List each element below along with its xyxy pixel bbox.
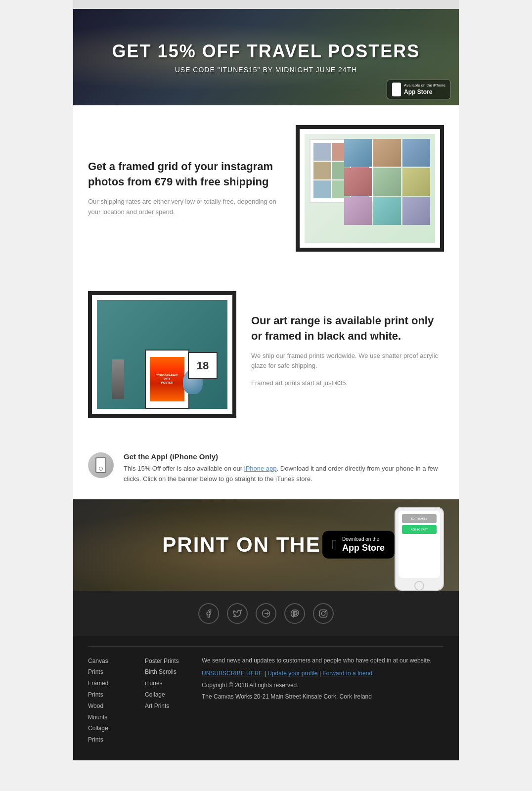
photo-cell	[402, 139, 430, 167]
mini-cell	[313, 162, 331, 179]
add-to-cart-button[interactable]: ADD TO CART	[402, 525, 437, 534]
forward-link[interactable]: Forward to a friend	[322, 670, 372, 677]
art-price-note: Framed art prints start at just €35.	[251, 378, 444, 389]
photo-cell	[373, 197, 401, 225]
apple-logo-icon: 	[332, 537, 337, 553]
photo-grid	[344, 139, 430, 225]
iphone-app-link[interactable]: iPhone app	[244, 465, 277, 472]
download-app-button[interactable]:  Download on the App Store	[322, 531, 395, 559]
facebook-icon[interactable]	[198, 603, 219, 624]
footer-info-text: We send news and updates to customers an…	[202, 656, 444, 665]
footer-link-framed[interactable]: Framed	[88, 678, 145, 689]
phone-mockup: EDIT IMAGES ADD TO CART	[395, 507, 444, 591]
social-bar	[73, 591, 459, 636]
mini-cell	[313, 143, 331, 161]
google-plus-icon[interactable]	[256, 603, 276, 624]
footer-col-1: Canvas Prints Framed Prints Wood Mounts …	[88, 656, 145, 746]
footer-link-prints-2[interactable]: Prints	[88, 689, 145, 701]
section-app: Get the App! (iPhone Only) This 15% Off …	[73, 438, 459, 499]
framed-img-inner	[305, 134, 435, 243]
section-framed: Get a framed grid of your instagram phot…	[73, 105, 459, 271]
app-cta-text: Get the App! (iPhone Only) This 15% Off …	[124, 452, 444, 484]
section-art: TYPOGRAPHICARTPOSTER 18 Our art range is…	[73, 271, 459, 438]
app-icon-circle	[88, 452, 114, 478]
footer: Canvas Prints Framed Prints Wood Mounts …	[73, 636, 459, 760]
footer-link-canvas[interactable]: Canvas	[88, 656, 145, 667]
photo-cell	[373, 168, 401, 196]
footer-info: We send news and updates to customers an…	[202, 656, 444, 746]
app-cta-body: This 15% Off offer is also available on …	[124, 464, 444, 484]
art-heading: Our art range is available print only or…	[251, 313, 444, 344]
app-icon-phone	[95, 457, 106, 473]
app-store-banner[interactable]: PRINT ON THE GO!  Download on the App S…	[73, 499, 459, 591]
svg-point-2	[321, 612, 325, 615]
pinterest-icon[interactable]	[284, 603, 305, 624]
photo-cell	[344, 197, 372, 225]
footer-link-wood[interactable]: Wood	[88, 701, 145, 712]
framed-body: Our shipping rates are either very low o…	[88, 197, 281, 218]
footer-link-mounts[interactable]: Mounts	[88, 712, 145, 723]
footer-link-collage2[interactable]: Collage	[145, 689, 202, 701]
footer-link-collage[interactable]: Collage	[88, 723, 145, 734]
framed-text-side: Get a framed grid of your instagram phot…	[88, 159, 281, 217]
hero-banner: GET 15% OFF TRAVEL POSTERS USE CODE "ITU…	[73, 9, 459, 105]
appstore-badge-text: Available on the iPhone App Store	[404, 83, 445, 96]
photo-cell	[402, 168, 430, 196]
edit-images-button[interactable]: EDIT IMAGES	[402, 514, 437, 523]
footer-link-prints-3[interactable]: Prints	[88, 734, 145, 746]
framed-img-box	[296, 125, 444, 252]
footer-link-art[interactable]: Art Prints	[145, 701, 202, 712]
svg-point-3	[325, 611, 326, 612]
unsubscribe-link[interactable]: UNSUBSCRIBE HERE	[202, 670, 263, 677]
hero-subtitle: USE CODE "ITUNES15" BY MIDNIGHT JUNE 24T…	[175, 66, 357, 74]
footer-copyright: Copyright © 2018 All rights reserved.	[202, 680, 444, 690]
instagram-icon[interactable]	[313, 603, 334, 624]
mini-cell	[313, 180, 331, 198]
art-body: We ship our framed prints worldwide. We …	[251, 351, 444, 372]
svg-rect-1	[320, 610, 327, 617]
footer-col-2: Poster Prints Birth Scrolls iTunes Colla…	[145, 656, 202, 746]
phone-home-button	[414, 581, 424, 591]
photo-cell	[373, 139, 401, 167]
art-image-side: TYPOGRAPHICARTPOSTER 18	[88, 291, 236, 418]
phone-screen: EDIT IMAGES ADD TO CART	[399, 511, 440, 578]
art-text-side: Our art range is available print only or…	[251, 313, 444, 396]
footer-link-poster[interactable]: Poster Prints	[145, 656, 202, 667]
top-bar	[73, 0, 459, 9]
footer-address: The Canvas Works 20-21 Main Street Kinsa…	[202, 692, 444, 702]
footer-link-itunes[interactable]: iTunes	[145, 678, 202, 689]
download-text: Download on the App Store	[342, 536, 385, 554]
footer-link-birth[interactable]: Birth Scrolls	[145, 666, 202, 678]
framed-heading: Get a framed grid of your instagram phot…	[88, 159, 281, 190]
framed-image-side	[296, 125, 444, 252]
art-img-box: TYPOGRAPHICARTPOSTER 18	[88, 291, 236, 418]
art-poster-inner: TYPOGRAPHICARTPOSTER	[150, 357, 184, 401]
photo-cell	[344, 168, 372, 196]
phone-btn-bar: EDIT IMAGES ADD TO CART	[400, 513, 438, 535]
twitter-icon[interactable]	[227, 603, 248, 624]
photo-cell	[344, 139, 372, 167]
photo-cell	[402, 197, 430, 225]
art-img-inner: TYPOGRAPHICARTPOSTER 18	[97, 300, 227, 409]
footer-unsub-line: UNSUBSCRIBE HERE | Update your profile |…	[202, 668, 444, 678]
footer-link-prints-1[interactable]: Prints	[88, 666, 145, 678]
footer-divider	[88, 646, 444, 647]
update-profile-link[interactable]: Update your profile	[267, 670, 317, 677]
hero-title: GET 15% OFF TRAVEL POSTERS	[112, 41, 420, 62]
app-cta-heading: Get the App! (iPhone Only)	[124, 452, 444, 461]
phone-icon	[392, 83, 401, 96]
appstore-badge[interactable]: Available on the iPhone App Store	[387, 80, 451, 99]
footer-columns: Canvas Prints Framed Prints Wood Mounts …	[88, 656, 444, 746]
